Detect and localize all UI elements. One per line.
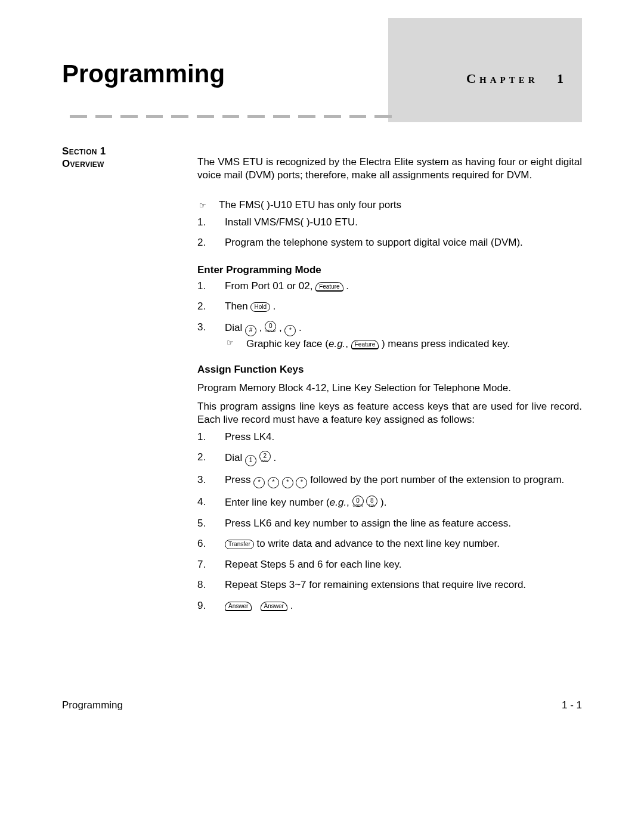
item-text: Then Hold . [225, 300, 582, 313]
item-number: 2. [197, 300, 208, 313]
answer-key-icon: Answer [225, 602, 252, 611]
transfer-key-icon: Transfer [225, 540, 254, 549]
list-item: 2. Program the telephone system to suppo… [197, 236, 582, 249]
install-list: 1. Install VMS/FMS( )-U10 ETU. 2. Progra… [197, 216, 582, 257]
page-footer: Programming 1 - 1 [62, 699, 582, 711]
item-number: 5. [197, 517, 208, 530]
list-item: 8. Repeat Steps 3~7 for remaining extens… [197, 578, 582, 592]
memory-block-paragraph: Program Memory Block 4-12, Line Key Sele… [197, 382, 582, 395]
answer-key-icon: Answer [261, 602, 287, 611]
star-key-icon: * [253, 477, 265, 488]
list-item: 6. Transfer to write data and advance to… [197, 537, 582, 550]
enter-programming-mode-heading: Enter Programming Mode [197, 264, 582, 277]
eight-key-icon: 8TUV [366, 496, 377, 507]
footer-right: 1 - 1 [562, 699, 582, 711]
section-name: Overview [62, 158, 104, 170]
note-icon: ☞ [197, 200, 208, 210]
item-number: 4. [197, 496, 208, 509]
page-title: Programming [62, 60, 225, 88]
note-fms: ☞ The FMS( )-U10 ETU has only four ports [197, 199, 582, 212]
item-number: 3. [197, 321, 208, 336]
item-text: From Port 01 or 02, Feature . [225, 280, 582, 293]
item-text: Transfer to write data and advance to th… [225, 537, 582, 550]
zero-key-icon: 0OPER [265, 321, 276, 332]
item-text: Dial 1 2ABC . [225, 451, 582, 466]
item-number: 1. [197, 216, 208, 229]
feature-key-icon: Feature [351, 340, 379, 349]
list-item: 5. Press LK6 and key number to assign th… [197, 517, 582, 530]
item-number: 2. [197, 451, 208, 466]
item-text: Install VMS/FMS( )-U10 ETU. [225, 216, 582, 229]
note-text: Graphic key face (e.g., Feature ) means … [246, 337, 510, 351]
star-key-icon: * [268, 477, 279, 488]
list-item: 1. Press LK4. [197, 431, 582, 444]
item-text: Program the telephone system to support … [225, 236, 582, 249]
assign-function-keys-heading: Assign Function Keys [197, 363, 582, 376]
list-item: 2. Then Hold . [197, 300, 582, 313]
list-item: 1. Install VMS/FMS( )-U10 ETU. [197, 216, 582, 229]
chapter-label: Chapter 1 [466, 71, 567, 86]
item-number: 2. [197, 236, 208, 249]
item-number: 9. [197, 599, 208, 612]
list-item: 3. Dial # , 0OPER , * . [197, 321, 582, 336]
chapter-word: Chapter [466, 71, 538, 86]
item-number: 1. [197, 280, 208, 293]
footer-left: Programming [62, 699, 123, 711]
item-text: Press LK6 and key number to assign the l… [225, 517, 582, 530]
item-text: Press LK4. [225, 431, 582, 444]
section-number: Section 1 [62, 145, 106, 157]
item-text: Repeat Steps 5 and 6 for each line key. [225, 558, 582, 571]
one-key-icon: 1 [245, 455, 256, 466]
note-graphic-keyface: ☞ Graphic key face (e.g., Feature ) mean… [197, 337, 582, 351]
assign-paragraph: This program assigns line keys as featur… [197, 400, 582, 427]
zero-key-icon: 0OPER [352, 496, 364, 507]
item-number: 6. [197, 537, 208, 550]
star-key-icon: * [296, 477, 307, 488]
list-item: 2. Dial 1 2ABC . [197, 451, 582, 466]
item-text: Press * * * * followed by the port numbe… [225, 473, 582, 488]
two-key-icon: 2ABC [259, 451, 271, 462]
star-key-icon: * [282, 477, 293, 488]
item-number: 8. [197, 578, 208, 592]
note-text: The FMS( )-U10 ETU has only four ports [219, 199, 401, 212]
enter-mode-list: 1. From Port 01 or 02, Feature . 2. Then… [197, 280, 582, 343]
hold-key-icon: Hold [250, 302, 270, 312]
star-key-icon: * [284, 325, 296, 336]
list-item: 4. Enter line key number (e.g., 0OPER 8T… [197, 496, 582, 509]
chapter-header-box [388, 18, 582, 122]
list-item: 1. From Port 01 or 02, Feature . [197, 280, 582, 293]
list-item: 7. Repeat Steps 5 and 6 for each line ke… [197, 558, 582, 571]
item-text: Answer Answer . [225, 599, 582, 612]
assign-list: 1. Press LK4. 2. Dial 1 2ABC . 3. Press … [197, 431, 582, 620]
item-text: Repeat Steps 3~7 for remaining extension… [225, 578, 582, 592]
overview-paragraph: The VMS ETU is recognized by the Electra… [197, 156, 582, 182]
chapter-number: 1 [557, 71, 567, 86]
item-number: 7. [197, 558, 208, 571]
divider-dashed [70, 115, 392, 119]
item-text: Enter line key number (e.g., 0OPER 8TUV … [225, 496, 582, 509]
list-item: 3. Press * * * * followed by the port nu… [197, 473, 582, 488]
note-icon: ☞ [225, 337, 236, 351]
item-number: 3. [197, 473, 208, 488]
feature-key-icon: Feature [315, 282, 343, 292]
item-text: Dial # , 0OPER , * . [225, 321, 582, 336]
hash-key-icon: # [245, 325, 256, 336]
item-number: 1. [197, 431, 208, 444]
list-item: 9. Answer Answer . [197, 599, 582, 612]
